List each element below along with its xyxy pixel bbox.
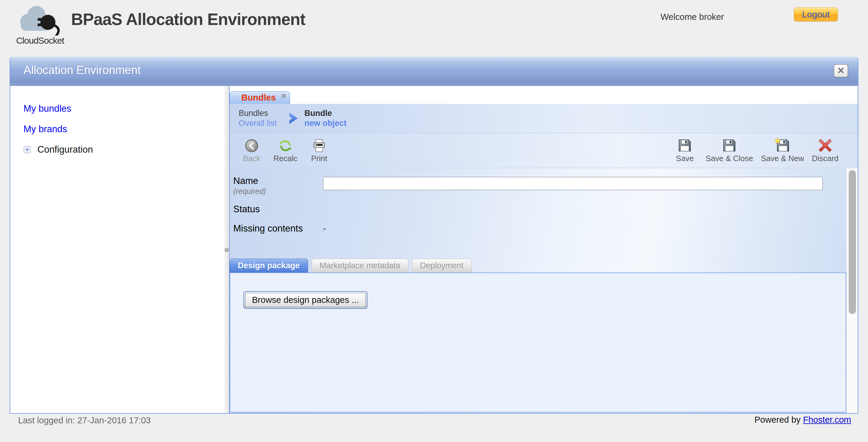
close-icon: ✕ bbox=[837, 66, 844, 75]
last-login-text: Last logged in: 27-Jan-2016 17:03 bbox=[18, 415, 151, 426]
print-button[interactable]: Print bbox=[306, 138, 332, 163]
panel-close-button[interactable]: ✕ bbox=[834, 64, 848, 77]
logout-button[interactable]: Logout bbox=[794, 7, 838, 22]
missing-contents-value: - bbox=[323, 223, 326, 234]
tab-bundles-label: Bundles bbox=[241, 93, 276, 103]
toolbar: Back Recalc bbox=[230, 133, 858, 168]
sidebar-item-my-brands[interactable]: My brands bbox=[24, 124, 224, 135]
sidebar: My bundles My brands + Configuration bbox=[10, 86, 224, 413]
tab-bundles[interactable]: Bundles ✕ bbox=[230, 91, 290, 104]
printer-icon bbox=[312, 138, 326, 152]
toolbar-left-group: Back Recalc bbox=[239, 138, 332, 163]
sidebar-item-label: Configuration bbox=[37, 144, 93, 155]
floppy-disk-star-icon bbox=[775, 138, 790, 152]
name-required-note: (required) bbox=[233, 187, 266, 196]
discard-button[interactable]: Discard bbox=[812, 138, 838, 163]
powered-by: Powered by Fhoster.com bbox=[754, 415, 851, 425]
save-and-close-button[interactable]: Save & Close bbox=[706, 138, 753, 163]
save-label: Save bbox=[676, 154, 694, 163]
discard-label: Discard bbox=[812, 154, 838, 163]
breadcrumb-entity: Bundle bbox=[304, 109, 347, 117]
tab-marketplace-metadata[interactable]: Marketplace metadata bbox=[312, 259, 408, 272]
powered-by-text: Powered by bbox=[754, 415, 801, 424]
name-input[interactable] bbox=[323, 177, 823, 190]
breadcrumb-view-link[interactable]: Overall list bbox=[239, 119, 277, 127]
cloudsocket-logo-label: CloudSocket bbox=[11, 36, 69, 46]
name-label: Name bbox=[233, 175, 258, 186]
breadcrumb: Bundles Overall list Bundle new object bbox=[230, 104, 858, 133]
save-and-new-button[interactable]: Save & New bbox=[761, 138, 804, 163]
bundle-form: Name (required) Status Missing contents … bbox=[230, 168, 846, 413]
recalc-label: Recalc bbox=[273, 154, 297, 163]
save-and-close-label: Save & Close bbox=[706, 154, 753, 163]
workspace: Bundles ✕ Bundles Overall list bbox=[229, 86, 858, 413]
vertical-scrollbar[interactable] bbox=[846, 168, 858, 413]
sidebar-item-my-bundles[interactable]: My bundles bbox=[24, 103, 224, 114]
browse-design-packages-button[interactable]: Browse design packages ... bbox=[244, 291, 367, 309]
panel-title: Allocation Environment bbox=[24, 64, 141, 77]
document-tabbar: Bundles ✕ bbox=[230, 86, 858, 104]
page: CloudSocket BPaaS Allocation Environment… bbox=[0, 0, 868, 442]
panel-header: Allocation Environment ✕ bbox=[10, 57, 858, 86]
fhoster-link[interactable]: Fhoster.com bbox=[803, 415, 851, 424]
recalc-button[interactable]: Recalc bbox=[273, 138, 299, 163]
save-and-new-label: Save & New bbox=[761, 154, 804, 163]
design-package-panel: Browse design packages ... bbox=[230, 272, 846, 412]
chevron-right-icon bbox=[289, 111, 299, 126]
app-header: CloudSocket BPaaS Allocation Environment… bbox=[0, 0, 868, 57]
breadcrumb-entity: Bundles bbox=[239, 109, 277, 117]
red-cross-icon bbox=[818, 138, 832, 152]
tab-close-icon[interactable]: ✕ bbox=[281, 92, 287, 100]
floppy-disk-icon bbox=[722, 138, 737, 152]
detail-tabstrip: Design package Marketplace metadata Depl… bbox=[230, 259, 472, 272]
app-title: BPaaS Allocation Environment bbox=[71, 10, 305, 29]
breadcrumb-level-1[interactable]: Bundles Overall list bbox=[239, 109, 277, 127]
tab-design-package[interactable]: Design package bbox=[230, 259, 308, 272]
sidebar-splitter[interactable] bbox=[224, 86, 229, 413]
splitter-handle-icon[interactable] bbox=[224, 248, 229, 252]
back-button[interactable]: Back bbox=[239, 138, 265, 163]
form-scroll-region: Name (required) Status Missing contents … bbox=[230, 168, 858, 413]
scrollbar-thumb[interactable] bbox=[849, 170, 856, 314]
floppy-disk-icon bbox=[678, 138, 692, 152]
expand-plus-icon[interactable]: + bbox=[24, 146, 31, 153]
panel-body: My bundles My brands + Configuration Bun… bbox=[10, 86, 858, 413]
tab-deployment[interactable]: Deployment bbox=[412, 259, 472, 272]
refresh-icon bbox=[278, 138, 292, 152]
breadcrumb-view: new object bbox=[304, 119, 347, 127]
cloudsocket-cloud-plug-icon bbox=[14, 4, 66, 36]
sidebar-item-configuration[interactable]: + Configuration bbox=[24, 144, 224, 155]
missing-contents-label: Missing contents bbox=[233, 223, 303, 234]
back-arrow-icon bbox=[245, 138, 258, 152]
save-button[interactable]: Save bbox=[672, 138, 698, 163]
cloudsocket-logo: CloudSocket bbox=[11, 4, 69, 46]
welcome-text: Welcome broker bbox=[660, 12, 724, 22]
toolbar-right-group: Save Save & Close bbox=[672, 138, 838, 163]
print-label: Print bbox=[311, 154, 327, 163]
breadcrumb-level-2: Bundle new object bbox=[304, 109, 347, 127]
back-label: Back bbox=[243, 154, 260, 163]
allocation-environment-panel: Allocation Environment ✕ My bundles My b… bbox=[10, 57, 858, 414]
status-label: Status bbox=[233, 204, 260, 215]
